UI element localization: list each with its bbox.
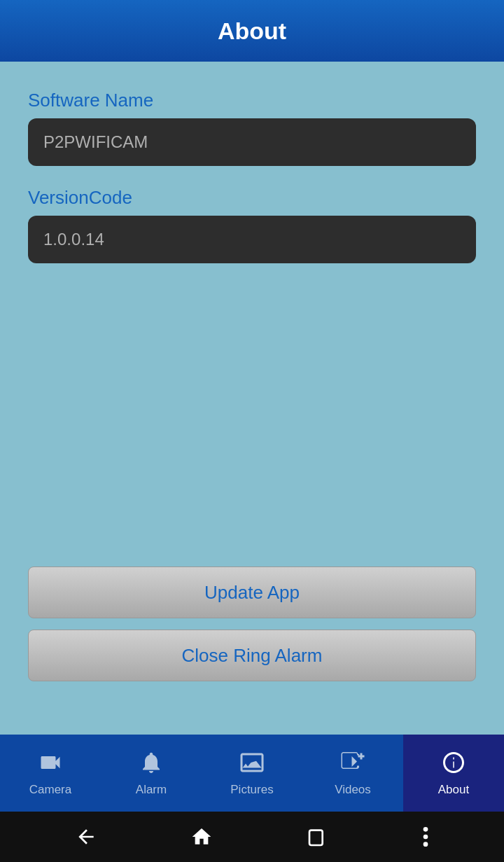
about-label: About <box>438 783 469 797</box>
menu-button[interactable] <box>422 826 429 848</box>
nav-item-alarm[interactable]: Alarm <box>101 735 202 812</box>
svg-point-2 <box>424 835 428 840</box>
header-title: About <box>218 18 286 45</box>
pictures-icon <box>239 750 265 779</box>
version-code-label: VersionCode <box>28 187 476 209</box>
nav-item-videos[interactable]: Videos <box>302 735 403 812</box>
back-button[interactable] <box>75 826 97 848</box>
update-app-button[interactable]: Update App <box>28 566 476 618</box>
version-code-box: 1.0.0.14 <box>28 216 476 263</box>
close-ring-alarm-button[interactable]: Close Ring Alarm <box>28 630 476 681</box>
home-button[interactable] <box>190 826 213 848</box>
pictures-label: Pictures <box>230 783 273 797</box>
svg-point-3 <box>424 842 428 847</box>
software-name-box: P2PWIFICAM <box>28 118 476 166</box>
software-name-label: Software Name <box>28 90 476 111</box>
svg-point-1 <box>424 827 428 832</box>
alarm-icon <box>139 750 164 779</box>
content-spacer <box>28 277 476 566</box>
svg-rect-0 <box>309 830 323 845</box>
bottom-spacer <box>28 693 476 714</box>
app-header: About <box>0 0 504 62</box>
software-name-value: P2PWIFICAM <box>43 132 148 151</box>
videos-icon <box>340 750 365 779</box>
system-bar <box>0 812 504 862</box>
nav-item-about[interactable]: About <box>403 735 504 812</box>
recents-button[interactable] <box>307 826 329 848</box>
about-icon <box>441 750 466 779</box>
camera-label: Camera <box>29 783 71 797</box>
videos-label: Videos <box>335 783 371 797</box>
nav-item-pictures[interactable]: Pictures <box>202 735 302 812</box>
bottom-navigation: Camera Alarm Pictures Videos <box>0 735 504 812</box>
alarm-label: Alarm <box>136 783 167 797</box>
version-code-value: 1.0.0.14 <box>43 230 104 249</box>
nav-item-camera[interactable]: Camera <box>0 735 101 812</box>
camera-icon <box>38 750 63 779</box>
main-content: Software Name P2PWIFICAM VersionCode 1.0… <box>0 62 504 735</box>
